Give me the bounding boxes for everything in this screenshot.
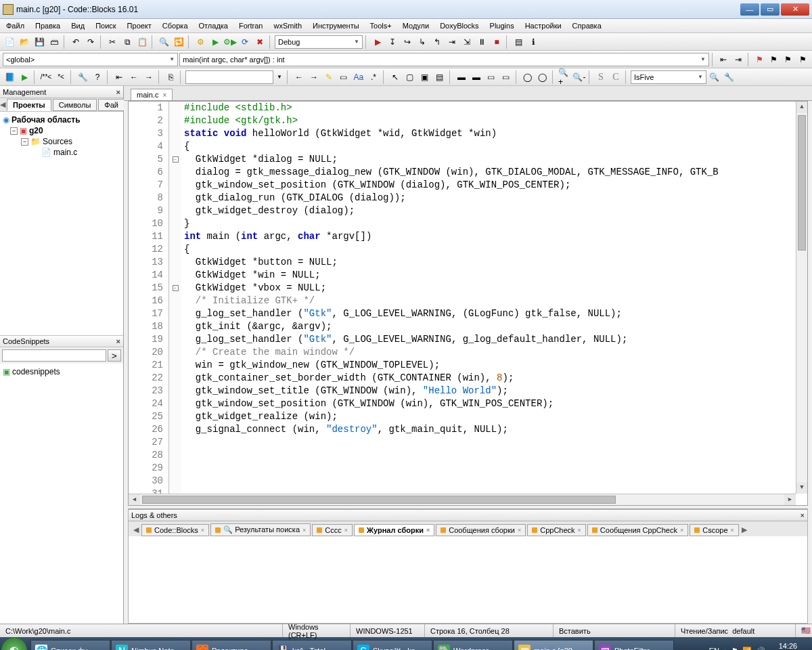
fit1-icon[interactable]: ◯ bbox=[521, 70, 535, 84]
menu-0[interactable]: Файл bbox=[1, 20, 29, 31]
sources-node[interactable]: −📁Sources bbox=[3, 136, 120, 147]
snippets-close-icon[interactable]: × bbox=[116, 337, 120, 345]
log-tab-close-icon[interactable]: × bbox=[426, 527, 430, 534]
tab-symbols[interactable]: Символы bbox=[53, 99, 97, 111]
fold-column[interactable]: −− bbox=[169, 102, 181, 505]
sel3-icon[interactable]: ▤ bbox=[433, 70, 447, 84]
doxy-icon[interactable]: 📘 bbox=[3, 70, 16, 84]
info-icon[interactable]: ℹ bbox=[526, 35, 540, 49]
cursor-icon[interactable]: ↖ bbox=[388, 70, 402, 84]
diff-icon[interactable]: ⎘ bbox=[164, 70, 177, 84]
nav-first-icon[interactable]: ⇤ bbox=[112, 70, 126, 84]
run-icon[interactable]: ▶ bbox=[208, 35, 222, 49]
win3-icon[interactable]: ▭ bbox=[484, 70, 498, 84]
vscroll-thumb[interactable] bbox=[798, 115, 806, 251]
mainc-node[interactable]: 📄main.c bbox=[3, 147, 120, 158]
taskbar-item-2[interactable]: 🦊Редактиро… bbox=[191, 640, 271, 650]
minimize-button[interactable]: — bbox=[740, 3, 759, 16]
bookmark-prev-icon[interactable]: ⚑ bbox=[767, 53, 780, 66]
save-all-icon[interactable]: 🗃 bbox=[47, 35, 61, 49]
menu-9[interactable]: Инструменты bbox=[308, 20, 364, 31]
tray-volume-icon[interactable]: 🔊 bbox=[756, 647, 765, 651]
abort-icon[interactable]: ✖ bbox=[253, 35, 267, 49]
code-editor[interactable]: 1234567891011121314151617181920212223242… bbox=[128, 101, 808, 506]
log-tab-5[interactable]: CppCheck× bbox=[527, 524, 586, 536]
log-tab-6[interactable]: Сообщения CppCheck× bbox=[587, 524, 688, 536]
nav-prev-icon[interactable]: ← bbox=[127, 70, 141, 84]
menu-13[interactable]: Plugins bbox=[485, 20, 519, 31]
snippets-root-node[interactable]: ▣codesnippets bbox=[3, 366, 120, 377]
zoom-out-icon[interactable]: 🔍- bbox=[572, 70, 586, 84]
debug-windows-icon[interactable]: ▤ bbox=[512, 35, 525, 49]
menu-7[interactable]: Fortran bbox=[234, 20, 267, 31]
copy-icon[interactable]: ⧉ bbox=[120, 35, 134, 49]
open-icon[interactable]: 📂 bbox=[18, 35, 31, 49]
find-icon[interactable]: 🔍 bbox=[157, 35, 171, 49]
horizontal-scrollbar[interactable]: ◀ ▶ bbox=[129, 494, 796, 505]
jump-fwd-icon[interactable]: ⇥ bbox=[731, 53, 744, 66]
doxy-help-icon[interactable]: ? bbox=[91, 70, 104, 84]
snippets-go-button[interactable]: > bbox=[108, 349, 121, 362]
find-in-files-icon[interactable]: 🔍 bbox=[708, 70, 721, 84]
logs-body[interactable] bbox=[128, 536, 808, 624]
inc-search-prev-icon[interactable]: ← bbox=[292, 70, 306, 84]
tab-files[interactable]: Фай bbox=[98, 99, 125, 111]
log-tab-close-icon[interactable]: × bbox=[302, 527, 306, 534]
start-button[interactable]: ◐ bbox=[1, 638, 27, 650]
save-icon[interactable]: 💾 bbox=[32, 35, 46, 49]
taskbar-item-0[interactable]: 🌐Список фу… bbox=[30, 640, 110, 650]
scope-right-combo[interactable]: main(int argc, char* argv[]) : int▼ bbox=[179, 53, 709, 66]
tray-clock[interactable]: 14:26 20.09.2017 bbox=[769, 642, 807, 650]
debug-run-icon[interactable]: ▶ bbox=[371, 35, 384, 49]
win1-icon[interactable]: ▬ bbox=[455, 70, 468, 84]
select-icon[interactable]: ▭ bbox=[337, 70, 351, 84]
maximize-button[interactable]: ▭ bbox=[761, 3, 780, 16]
c-icon[interactable]: C bbox=[609, 70, 623, 84]
rebuild-icon[interactable]: ⟳ bbox=[238, 35, 252, 49]
log-tab-close-icon[interactable]: × bbox=[518, 527, 521, 534]
fit2-icon[interactable]: ◯ bbox=[536, 70, 549, 84]
snippets-search-input[interactable] bbox=[2, 349, 106, 362]
project-node[interactable]: −▣g20 bbox=[3, 125, 120, 136]
taskbar-item-3[interactable]: 💾ks^ - Total … bbox=[272, 640, 352, 650]
log-tab-7[interactable]: Cscope× bbox=[690, 524, 739, 536]
tray-network-icon[interactable]: 📶 bbox=[742, 647, 752, 651]
line-comment-icon[interactable]: *< bbox=[54, 70, 68, 84]
doxy-config-icon[interactable]: 🔧 bbox=[76, 70, 89, 84]
editor-tab-mainc[interactable]: main.c × bbox=[131, 89, 173, 100]
run-to-cursor-icon[interactable]: ↧ bbox=[386, 35, 399, 49]
menu-11[interactable]: Модули bbox=[398, 20, 434, 31]
bookmark-next-icon[interactable]: ⚑ bbox=[782, 53, 794, 66]
scroll-left-icon[interactable]: ◀ bbox=[129, 494, 140, 505]
win4-icon[interactable]: ▭ bbox=[499, 70, 513, 84]
build-run-icon[interactable]: ⚙▶ bbox=[223, 35, 237, 49]
menu-5[interactable]: Сборка bbox=[158, 20, 193, 31]
stop-debug-icon[interactable]: ■ bbox=[490, 35, 503, 49]
vertical-scrollbar[interactable]: ▲ ▼ bbox=[796, 102, 807, 494]
inc-search-next-icon[interactable]: → bbox=[307, 70, 321, 84]
step-into-icon[interactable]: ↳ bbox=[415, 35, 429, 49]
next-instr-icon[interactable]: ⇥ bbox=[445, 35, 459, 49]
taskbar-item-7[interactable]: ▧PhotoFiltre bbox=[594, 640, 674, 650]
project-tree[interactable]: ◉Рабочая область −▣g20 −📁Sources 📄main.c bbox=[0, 112, 123, 335]
step-instr-icon[interactable]: ⇲ bbox=[460, 35, 474, 49]
log-tab-close-icon[interactable]: × bbox=[344, 527, 348, 534]
options-icon[interactable]: 🔧 bbox=[723, 70, 736, 84]
bookmark-flag-icon[interactable]: ⚑ bbox=[752, 53, 765, 66]
undo-icon[interactable]: ↶ bbox=[69, 35, 83, 49]
logs-close-icon[interactable]: × bbox=[800, 511, 805, 519]
log-tab-1[interactable]: 🔍 Результаты поиска× bbox=[210, 523, 311, 536]
regex-icon[interactable]: .* bbox=[367, 70, 380, 84]
taskbar-item-4[interactable]: SSkype™ - ks… bbox=[353, 640, 432, 650]
log-tab-2[interactable]: Cccc× bbox=[312, 524, 353, 536]
block-comment-icon[interactable]: /**< bbox=[39, 70, 53, 84]
tray-lang[interactable]: EN bbox=[709, 647, 719, 650]
menu-12[interactable]: DoxyBlocks bbox=[435, 20, 483, 31]
step-out-icon[interactable]: ↰ bbox=[430, 35, 444, 49]
search-input[interactable] bbox=[185, 70, 273, 84]
menu-2[interactable]: Вид bbox=[66, 20, 89, 31]
code-area[interactable]: #include <stdlib.h>#include <gtk/gtk.h>s… bbox=[181, 102, 807, 505]
win2-icon[interactable]: ▬ bbox=[470, 70, 483, 84]
cut-icon[interactable]: ✂ bbox=[106, 35, 119, 49]
nav-next-icon[interactable]: → bbox=[142, 70, 156, 84]
